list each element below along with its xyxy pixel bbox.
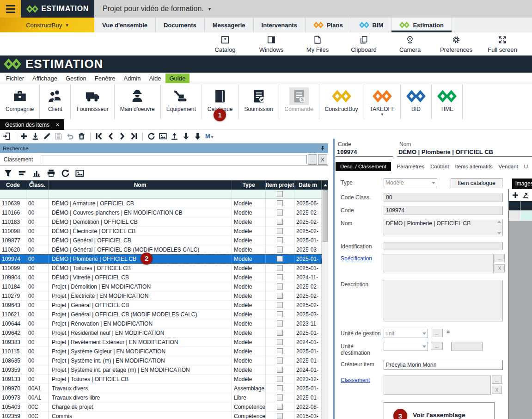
previous-record-icon[interactable] — [107, 132, 115, 140]
column-header-date[interactable]: Date m — [294, 180, 322, 190]
table-row[interactable]: 110639 00 DÉMO | Armature | OFFICIEL CB … — [0, 199, 322, 208]
specification-browse-button[interactable]: ... — [495, 254, 505, 262]
print-icon[interactable] — [47, 169, 55, 178]
constructbuy-menu-button[interactable]: ConstructBuy ▾ — [0, 18, 94, 32]
menu-item[interactable]: Guide — [165, 74, 190, 83]
hamburger-menu-icon[interactable] — [0, 0, 21, 18]
portal-tab[interactable]: Messagerie — [205, 18, 254, 32]
item-projet-checkbox[interactable] — [277, 320, 283, 327]
item-projet-checkbox[interactable] — [277, 330, 283, 336]
item-projet-checkbox[interactable] — [277, 394, 283, 401]
images-grid-cell[interactable] — [509, 211, 520, 220]
item-projet-checkbox[interactable] — [277, 413, 283, 419]
classement-link[interactable]: Classement — [341, 377, 370, 383]
utility-button[interactable]: Full screen — [479, 32, 526, 55]
classement-clear-button[interactable]: X — [492, 386, 502, 394]
pin-icon[interactable] — [320, 145, 325, 151]
refresh-icon[interactable] — [61, 169, 70, 178]
utility-button[interactable]: Camera — [387, 32, 433, 55]
table-row[interactable]: 110620 00 DÉMO | Général | OFFICIEL CB (… — [0, 245, 322, 254]
table-row[interactable]: 109644 00 Projet | Rénovation | EN MODIF… — [0, 319, 322, 328]
column-header-class[interactable]: Class. — [26, 180, 49, 190]
edit-icon[interactable] — [43, 132, 51, 140]
table-row[interactable]: 110279 00 Projet | Électricité | EN MODI… — [0, 291, 322, 301]
toolbar-button[interactable]: Catalogue 1 — [202, 84, 239, 119]
close-tab-icon[interactable]: × — [56, 122, 59, 128]
portal-tab[interactable]: BIM — [351, 18, 392, 32]
toolbar-button[interactable]: Fournissseur — [71, 84, 114, 119]
toolbar-button[interactable]: Main d'oeuvre — [115, 84, 161, 119]
conversion-field[interactable] — [451, 342, 483, 351]
detail-tab[interactable]: Desc. / Classement — [336, 162, 391, 171]
detail-tab[interactable]: Items alternatifs — [455, 162, 492, 171]
table-row[interactable]: 109974 00 DÉMO | Plomberie | OFFICIEL CB… — [0, 254, 322, 264]
item-projet-checkbox[interactable] — [277, 200, 283, 206]
portal-tab[interactable]: Vue d'ensemble — [94, 18, 156, 32]
chevron-down-icon[interactable]: ▾ — [381, 112, 384, 116]
detail-tab[interactable]: Paramètres — [397, 162, 424, 171]
item-projet-checkbox[interactable] — [277, 219, 283, 225]
image-icon[interactable] — [159, 132, 167, 140]
toolbar-button[interactable]: Commande — [279, 84, 319, 119]
filter-checkbox[interactable] — [277, 191, 283, 197]
project-caret-icon[interactable]: ▾ — [208, 6, 211, 12]
toolbar-button[interactable]: Client — [40, 84, 71, 119]
item-projet-checkbox[interactable] — [277, 376, 283, 382]
item-projet-checkbox[interactable] — [277, 311, 283, 317]
add-icon[interactable] — [20, 132, 28, 140]
nom-field[interactable]: DÉMO | Plomberie | OFFICIEL CB — [384, 219, 503, 236]
move-down-all-icon[interactable] — [194, 132, 202, 140]
scroll-up-icon[interactable] — [322, 180, 328, 190]
unite-gestion-select[interactable]: unit — [384, 329, 428, 338]
unite-estimation-browse-button[interactable]: ... — [431, 342, 443, 350]
toolbar-button[interactable]: Équipement — [161, 84, 202, 119]
table-row[interactable]: 110098 00 DÉMO | Électricité | OFFICIEL … — [0, 227, 322, 236]
export-up-icon[interactable] — [171, 132, 178, 140]
code-field[interactable]: 109974 — [384, 206, 503, 215]
table-row[interactable]: 110166 00 DÉMO | Couvres-planchers | EN … — [0, 208, 322, 217]
item-projet-checkbox[interactable] — [277, 237, 283, 243]
table-row[interactable]: 110183 00 DÉMO | Démolition | OFFICIEL C… — [0, 217, 322, 227]
menu-item[interactable]: Affichage — [28, 74, 61, 83]
item-projet-checkbox[interactable] — [277, 256, 283, 262]
images-grid-cell[interactable] — [520, 211, 532, 220]
description-field[interactable] — [384, 280, 503, 321]
add-image-icon[interactable] — [512, 191, 519, 199]
createur-field[interactable]: Précylia Morin Morin — [384, 360, 503, 370]
toolbar-button[interactable]: TAKEOFF ▾ — [364, 84, 401, 119]
utility-button[interactable]: Preferences — [433, 32, 479, 55]
chart-icon[interactable] — [32, 169, 41, 178]
menu-item[interactable]: Aide — [145, 74, 165, 83]
item-projet-checkbox[interactable] — [277, 293, 283, 299]
specification-field[interactable] — [384, 254, 494, 273]
voir-assemblage-button[interactable]: 3 Voir l'assemblage — [384, 402, 495, 419]
detail-tab[interactable]: Vendant — [499, 162, 518, 171]
type-select[interactable]: Modèle — [384, 178, 437, 187]
last-record-icon[interactable] — [130, 132, 138, 140]
item-projet-checkbox[interactable] — [277, 302, 283, 308]
portal-tab[interactable]: Plans — [306, 18, 351, 32]
toolbar-button[interactable]: BID — [401, 84, 432, 119]
table-row[interactable]: 109643 00 Projet | Général | OFFICIEL CB… — [0, 301, 322, 310]
table-row[interactable]: 105403 00C Chargé de projet Compétence 2… — [0, 402, 322, 412]
item-projet-checkbox[interactable] — [277, 228, 283, 234]
item-projet-checkbox[interactable] — [277, 246, 283, 253]
table-row[interactable]: 108635 00 Projet | Système int. (m) | EN… — [0, 356, 322, 365]
portal-tab[interactable]: Estimation — [391, 18, 452, 32]
table-row[interactable]: 109973 00A1 Travaux divers libre Libre 2… — [0, 393, 322, 402]
table-vertical-scrollbar[interactable] — [322, 180, 328, 419]
column-header-type[interactable]: Type — [232, 180, 266, 190]
item-projet-checkbox[interactable] — [277, 348, 283, 354]
specification-link[interactable]: Spécification — [341, 255, 372, 262]
table-row[interactable]: 109383 00 Projet | Revêtement Extérieur … — [0, 338, 322, 347]
item-projet-checkbox[interactable] — [277, 385, 283, 391]
exit-icon[interactable] — [2, 132, 10, 140]
model-dropdown[interactable]: M▾ — [205, 133, 213, 140]
menu-item[interactable]: Fichier — [2, 74, 28, 83]
table-row[interactable]: 110115 00 Projet | Système Gigleur | EN … — [0, 347, 322, 356]
tab-images[interactable]: images — [512, 179, 532, 189]
item-catalogue-button[interactable]: Item catalogue — [451, 178, 502, 188]
toolbar-button[interactable]: Compagnie — [0, 84, 40, 119]
import-item-icon[interactable] — [31, 132, 39, 140]
table-row[interactable]: 109904 00 DÉMO | Vitrerie | OFFICIEL CB … — [0, 273, 322, 282]
